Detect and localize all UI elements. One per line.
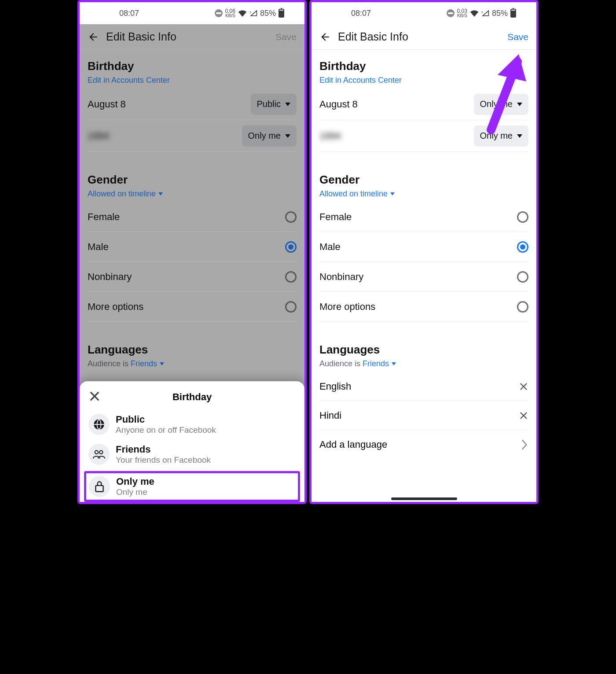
gender-timeline-link[interactable]: Allowed on timeline bbox=[88, 189, 163, 199]
languages-heading: Languages bbox=[319, 343, 528, 357]
wifi-icon bbox=[238, 10, 247, 17]
network-speed: 0.06KB/S bbox=[225, 8, 235, 18]
gender-option-nonbinary[interactable]: Nonbinary bbox=[319, 262, 528, 292]
network-speed: 0.03KB/S bbox=[457, 8, 467, 18]
birthday-date-row: August 8 Public bbox=[88, 88, 297, 120]
gender-timeline-link[interactable]: Allowed on timeline bbox=[319, 189, 395, 199]
birthday-year-privacy-chip[interactable]: Only me bbox=[474, 125, 528, 147]
status-time: 08:07 bbox=[119, 9, 139, 18]
svg-point-2 bbox=[95, 451, 99, 454]
page-title: Edit Basic Info bbox=[338, 30, 500, 43]
signal-icon: x bbox=[481, 10, 489, 16]
birthday-year-blurred: 1994 bbox=[319, 130, 341, 142]
status-right: 0.06KB/S x 85% bbox=[215, 8, 284, 18]
chevron-down-icon bbox=[160, 362, 164, 365]
gender-section: Gender Allowed on timeline bbox=[312, 165, 536, 202]
back-button[interactable] bbox=[319, 31, 331, 43]
birthday-date: August 8 bbox=[319, 99, 358, 110]
battery-icon bbox=[510, 9, 516, 18]
radio-icon bbox=[285, 271, 297, 283]
globe-icon bbox=[88, 414, 110, 435]
gender-option-more[interactable]: More options bbox=[319, 292, 528, 322]
edit-accounts-center-link[interactable]: Edit in Accounts Center bbox=[319, 76, 402, 85]
dnd-icon bbox=[447, 9, 455, 17]
birthday-date-privacy-chip[interactable]: Only me bbox=[474, 94, 528, 115]
sheet-option-only-me[interactable]: Only me Only me bbox=[84, 471, 300, 502]
birthday-year-row: 1994 Only me bbox=[88, 120, 297, 152]
birthday-date: August 8 bbox=[88, 99, 126, 110]
close-sheet-button[interactable] bbox=[88, 390, 101, 402]
languages-section: Languages Audience is Friends bbox=[80, 335, 304, 372]
radio-icon bbox=[517, 271, 528, 283]
status-right: 0.03KB/S x 85% bbox=[447, 8, 516, 18]
languages-audience[interactable]: Audience is Friends bbox=[88, 360, 164, 368]
radio-icon bbox=[285, 211, 297, 223]
birthday-section: Birthday Edit in Accounts Center bbox=[312, 50, 536, 88]
sheet-title: Birthday bbox=[172, 391, 212, 403]
dnd-icon bbox=[215, 9, 223, 17]
phone-left: 08:07 0.06KB/S x 85% Edit Basic Info bbox=[77, 0, 307, 504]
friends-icon bbox=[88, 444, 110, 465]
save-button[interactable]: Save bbox=[507, 32, 528, 42]
app-bar: Edit Basic Info Save bbox=[312, 24, 536, 50]
radio-icon bbox=[285, 301, 297, 313]
gender-option-male[interactable]: Male bbox=[88, 232, 297, 262]
languages-heading: Languages bbox=[88, 343, 297, 357]
radio-icon bbox=[517, 301, 528, 313]
phone-right: 08:07 0.03KB/S x 85% Edit Basic Info bbox=[309, 0, 539, 504]
chevron-down-icon bbox=[285, 103, 290, 106]
home-indicator bbox=[391, 497, 457, 500]
radio-icon bbox=[517, 211, 528, 223]
language-item-english: English bbox=[319, 372, 528, 401]
svg-text:x: x bbox=[249, 10, 251, 14]
edit-accounts-center-link[interactable]: Edit in Accounts Center bbox=[88, 76, 170, 85]
chevron-down-icon bbox=[517, 134, 522, 138]
svg-point-3 bbox=[99, 451, 103, 454]
birthday-date-row: August 8 Only me bbox=[319, 88, 528, 120]
save-button[interactable]: Save bbox=[275, 32, 297, 42]
svg-rect-4 bbox=[95, 486, 103, 492]
chevron-down-icon bbox=[392, 362, 396, 365]
sheet-option-friends[interactable]: Friends Your friends on Facebook bbox=[85, 439, 299, 469]
birthday-year-row: 1994 Only me bbox=[319, 120, 528, 152]
remove-language-button[interactable] bbox=[519, 382, 528, 391]
status-time: 08:07 bbox=[351, 9, 371, 18]
chevron-down-icon bbox=[158, 192, 163, 195]
chevron-right-icon bbox=[521, 439, 528, 450]
status-bar: 08:07 0.03KB/S x 85% bbox=[312, 2, 536, 24]
signal-icon: x bbox=[249, 10, 257, 16]
languages-section: Languages Audience is Friends bbox=[312, 335, 536, 372]
remove-language-button[interactable] bbox=[519, 411, 528, 420]
lock-icon bbox=[89, 476, 110, 497]
chevron-down-icon bbox=[390, 192, 395, 195]
gender-heading: Gender bbox=[319, 173, 528, 187]
radio-selected-icon bbox=[517, 241, 528, 253]
gender-section: Gender Allowed on timeline bbox=[80, 165, 304, 202]
wifi-icon bbox=[470, 10, 479, 17]
birthday-date-privacy-chip[interactable]: Public bbox=[251, 94, 297, 115]
chevron-down-icon bbox=[517, 103, 522, 106]
app-bar: Edit Basic Info Save bbox=[80, 24, 304, 50]
gender-option-nonbinary[interactable]: Nonbinary bbox=[88, 262, 297, 292]
radio-selected-icon bbox=[285, 241, 297, 253]
gender-option-male[interactable]: Male bbox=[319, 232, 528, 262]
gender-option-more[interactable]: More options bbox=[88, 292, 297, 322]
status-bar: 08:07 0.06KB/S x 85% bbox=[80, 2, 304, 24]
birthday-year-privacy-chip[interactable]: Only me bbox=[242, 125, 297, 147]
svg-text:x: x bbox=[481, 10, 483, 14]
battery-pct: 85% bbox=[260, 9, 276, 18]
chevron-down-icon bbox=[285, 134, 290, 138]
sheet-option-public[interactable]: Public Anyone on or off Facebook bbox=[85, 409, 299, 439]
battery-pct: 85% bbox=[492, 9, 508, 18]
birthday-heading: Birthday bbox=[319, 59, 528, 73]
birthday-year-blurred: 1994 bbox=[88, 130, 109, 142]
gender-option-female[interactable]: Female bbox=[88, 202, 297, 232]
battery-icon bbox=[279, 9, 284, 18]
add-language-row[interactable]: Add a language bbox=[319, 430, 528, 459]
languages-audience[interactable]: Audience is Friends bbox=[319, 360, 396, 368]
back-button[interactable] bbox=[88, 31, 99, 43]
birthday-heading: Birthday bbox=[88, 59, 297, 73]
gender-option-female[interactable]: Female bbox=[319, 202, 528, 232]
language-item-hindi: Hindi bbox=[319, 401, 528, 430]
page-title: Edit Basic Info bbox=[106, 30, 268, 43]
